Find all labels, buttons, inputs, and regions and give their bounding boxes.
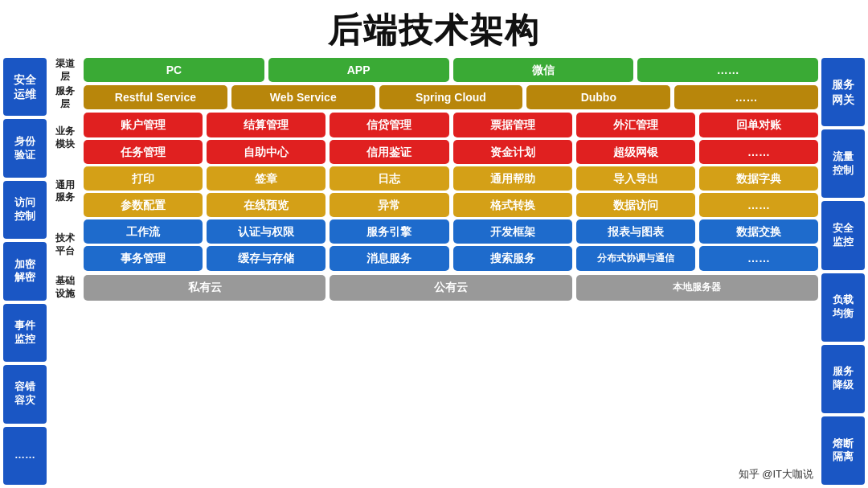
label-service: 服务层	[50, 85, 80, 110]
cell-settle: 结算管理	[207, 113, 326, 137]
right-sb-item-4: 服务降级	[821, 345, 865, 413]
cell-local-server: 本地服务器	[576, 275, 818, 301]
cell-row-service-0: Restful Service Web Service Spring Cloud…	[84, 85, 818, 109]
row-business: 业务模块 账户管理 结算管理 信贷管理 票据管理 外汇管理 回单对账 任务管理 …	[50, 113, 818, 163]
cells-channel: PC APP 微信 ……	[84, 58, 818, 83]
cell-workflow: 工作流	[84, 219, 203, 244]
cell-selfservice: 自助中心	[207, 140, 326, 164]
cell-dataexchange: 数据交换	[699, 219, 818, 244]
cell-row-business-0: 账户管理 结算管理 信贷管理 票据管理 外汇管理 回单对账	[84, 113, 818, 137]
infra-row-0: 私有云 公有云 本地服务器	[84, 275, 818, 301]
cell-datadict: 数据字典	[699, 166, 818, 191]
left-sb-item-3: 加密解密	[3, 242, 47, 300]
cells-business: 账户管理 结算管理 信贷管理 票据管理 外汇管理 回单对账 任务管理 自助中心 …	[84, 113, 818, 163]
cell-searchservice: 搜索服务	[453, 246, 572, 270]
cell-sign: 签章	[207, 166, 326, 191]
cell-row-channel-0: PC APP 微信 ……	[84, 58, 818, 82]
main-layout: 安全运维 身份验证 访问控制 加密解密 事件监控 容错容灾 …… 渠道层 PC …	[0, 58, 868, 488]
cell-txmgmt: 事务管理	[84, 246, 203, 270]
right-sb-item-5: 熔断隔离	[821, 416, 865, 485]
cell-wechat: 微信	[453, 58, 634, 82]
page-title: 后端技术架构	[328, 0, 540, 58]
cells-common: 打印 签章 日志 通用帮助 导入导出 数据字典 参数配置 在线预览 异常 格式转…	[84, 166, 818, 217]
cell-credit: 信贷管理	[330, 113, 448, 137]
cell-row-common-1: 参数配置 在线预览 异常 格式转换 数据访问 ……	[84, 193, 818, 217]
cell-reportchart: 报表与图表	[576, 219, 695, 244]
cell-log: 日志	[330, 166, 448, 191]
cell-common-more: ……	[699, 193, 818, 217]
cell-tech-more: ……	[699, 246, 818, 270]
row-tech: 技术平台 工作流 认证与权限 服务引擎 开发框架 报表与图表 数据交换 事务管理…	[50, 219, 818, 270]
cell-private-cloud: 私有云	[84, 275, 326, 301]
cell-serviceengine: 服务引擎	[330, 219, 448, 244]
cell-exception: 异常	[330, 193, 448, 217]
label-infra: 基础设施	[50, 275, 80, 301]
left-sb-item-1: 身份验证	[3, 119, 47, 177]
row-infra: 基础设施 私有云 公有云 本地服务器	[50, 275, 818, 301]
watermark: 知乎 @IT大咖说	[739, 467, 813, 482]
row-channel: 渠道层 PC APP 微信 ……	[50, 58, 818, 83]
cell-public-cloud: 公有云	[330, 275, 571, 301]
cell-service-more: ……	[674, 85, 818, 109]
center-content: 渠道层 PC APP 微信 …… 服务层 Restful Service Web…	[50, 58, 818, 485]
cell-channel-more: ……	[637, 58, 818, 82]
cell-paramconfig: 参数配置	[84, 193, 203, 217]
left-sb-item-0: 安全运维	[3, 58, 47, 116]
cell-preview: 在线预览	[207, 193, 326, 217]
cell-pc: PC	[84, 58, 264, 82]
row-service: 服务层 Restful Service Web Service Spring C…	[50, 85, 818, 110]
label-channel: 渠道层	[50, 58, 80, 83]
cell-superbank: 超级网银	[576, 140, 695, 164]
cell-authperm: 认证与权限	[207, 219, 326, 244]
right-sb-item-0: 服务网关	[821, 58, 865, 126]
cell-cachestorage: 缓存与存储	[207, 246, 326, 270]
cell-account: 账户管理	[84, 113, 203, 137]
cell-task: 任务管理	[84, 140, 203, 164]
cell-distcoord: 分布式协调与通信	[576, 246, 695, 270]
cell-devframework: 开发框架	[453, 219, 572, 244]
left-sb-item-2: 访问控制	[3, 181, 47, 239]
right-sb-item-3: 负载均衡	[821, 273, 865, 342]
cell-row-tech-1: 事务管理 缓存与存储 消息服务 搜索服务 分布式协调与通信 ……	[84, 246, 818, 270]
cell-row-business-1: 任务管理 自助中心 信用鉴证 资金计划 超级网银 ……	[84, 140, 818, 164]
left-sb-item-4: 事件监控	[3, 304, 47, 362]
cell-dubbo: Dubbo	[526, 85, 670, 109]
cell-restful: Restful Service	[84, 85, 227, 109]
cell-bill: 票据管理	[453, 113, 572, 137]
left-sb-item-6: ……	[3, 427, 47, 485]
left-sb-item-5: 容错容灾	[3, 365, 47, 423]
right-sidebar: 服务网关 流量控制 安全监控 负载均衡 服务降级 熔断隔离	[818, 58, 865, 485]
cell-springcloud: Spring Cloud	[379, 85, 523, 109]
cells-infra: 私有云 公有云 本地服务器	[84, 275, 818, 301]
cell-row-tech-0: 工作流 认证与权限 服务引擎 开发框架 报表与图表 数据交换	[84, 219, 818, 244]
cell-app: APP	[268, 58, 449, 82]
right-sb-item-1: 流量控制	[821, 129, 865, 198]
cell-help: 通用帮助	[453, 166, 572, 191]
cell-msgservice: 消息服务	[330, 246, 448, 270]
label-business: 业务模块	[50, 113, 80, 163]
left-sidebar: 安全运维 身份验证 访问控制 加密解密 事件监控 容错容灾 ……	[3, 58, 50, 485]
cell-webservice: Web Service	[231, 85, 375, 109]
row-common: 通用服务 打印 签章 日志 通用帮助 导入导出 数据字典 参数配置 在线预览 异…	[50, 166, 818, 217]
cell-format: 格式转换	[453, 193, 572, 217]
cell-fundplan: 资金计划	[453, 140, 572, 164]
cell-creditverify: 信用鉴证	[330, 140, 448, 164]
cell-row-common-0: 打印 签章 日志 通用帮助 导入导出 数据字典	[84, 166, 818, 191]
cell-receipt: 回单对账	[699, 113, 818, 137]
cell-import: 导入导出	[576, 166, 695, 191]
cell-forex: 外汇管理	[576, 113, 695, 137]
label-common: 通用服务	[50, 166, 80, 217]
cell-print: 打印	[84, 166, 203, 191]
cells-service: Restful Service Web Service Spring Cloud…	[84, 85, 818, 110]
cell-dataaccess: 数据访问	[576, 193, 695, 217]
cells-tech: 工作流 认证与权限 服务引擎 开发框架 报表与图表 数据交换 事务管理 缓存与存…	[84, 219, 818, 270]
label-tech: 技术平台	[50, 219, 80, 270]
cell-biz-more: ……	[699, 140, 818, 164]
right-sb-item-2: 安全监控	[821, 201, 865, 269]
